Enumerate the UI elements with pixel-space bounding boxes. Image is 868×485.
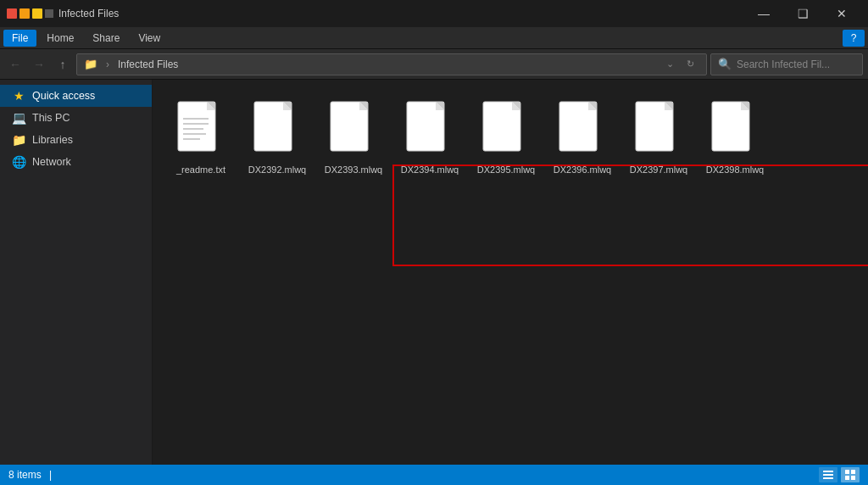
- close-button[interactable]: ✕: [822, 0, 861, 27]
- title-icon-red: [7, 8, 17, 19]
- title-icon-folder: [32, 8, 42, 19]
- file-label: DX2396.mlwq: [554, 164, 611, 175]
- file-item[interactable]: DX2392.mlwq: [239, 93, 315, 180]
- selection-box: [392, 164, 868, 266]
- svg-rect-35: [851, 476, 855, 480]
- sidebar-item-network[interactable]: 🌐 Network: [0, 151, 152, 173]
- title-bar: Infected Files — ❑ ✕: [0, 0, 868, 27]
- file-item[interactable]: DX2393.mlwq: [315, 93, 392, 180]
- status-bar-right: [819, 467, 860, 482]
- file-label: DX2398.mlwq: [706, 164, 764, 175]
- sidebar-label-this-pc: This PC: [32, 112, 70, 124]
- address-refresh-btn[interactable]: ↻: [681, 53, 699, 75]
- menu-home[interactable]: Home: [38, 30, 82, 47]
- file-icon: [176, 100, 225, 161]
- svg-rect-29: [823, 471, 833, 472]
- file-item[interactable]: DX2396.mlwq: [544, 93, 620, 180]
- title-icon-small: [45, 9, 53, 18]
- menu-bar: File Home Share View ?: [0, 27, 868, 49]
- file-item[interactable]: DX2397.mlwq: [620, 93, 697, 180]
- minimize-button[interactable]: —: [744, 0, 783, 27]
- svg-rect-33: [851, 470, 855, 474]
- menu-file[interactable]: File: [3, 30, 36, 47]
- title-controls: — ❑ ✕: [744, 0, 861, 27]
- file-icon: [253, 100, 302, 161]
- libraries-icon: 📁: [12, 133, 25, 147]
- title-bar-left: Infected Files: [7, 8, 744, 20]
- help-button[interactable]: ?: [843, 30, 865, 47]
- file-item[interactable]: _readme.txt: [163, 93, 239, 180]
- network-icon: 🌐: [12, 155, 25, 169]
- sidebar-item-libraries[interactable]: 📁 Libraries: [0, 129, 152, 151]
- address-bar[interactable]: 📁 › Infected Files ⌄ ↻: [76, 53, 707, 75]
- address-chevron: ›: [106, 59, 109, 70]
- file-item[interactable]: DX2398.mlwq: [697, 93, 773, 180]
- pc-icon: 💻: [12, 111, 25, 125]
- sidebar-item-quick-access[interactable]: ★ Quick access: [0, 85, 152, 107]
- file-label: DX2393.mlwq: [325, 164, 382, 175]
- sidebar-label-libraries: Libraries: [32, 134, 73, 146]
- address-right: ⌄ ↻: [660, 53, 699, 75]
- file-label: DX2392.mlwq: [248, 164, 306, 175]
- view-large-icons-btn[interactable]: [841, 467, 860, 482]
- file-item[interactable]: DX2395.mlwq: [468, 93, 544, 180]
- title-icon-yellow: [19, 8, 30, 19]
- address-path: Infected Files: [118, 59, 178, 70]
- file-icon: [710, 100, 760, 161]
- menu-view[interactable]: View: [130, 30, 169, 47]
- address-dropdown-btn[interactable]: ⌄: [660, 53, 679, 75]
- star-icon: ★: [12, 89, 25, 103]
- maximize-button[interactable]: ❑: [783, 0, 822, 27]
- search-icon: 🔍: [718, 58, 732, 70]
- file-item[interactable]: DX2394.mlwq: [392, 93, 468, 180]
- sidebar: ★ Quick access 💻 This PC 📁 Libraries 🌐 N…: [0, 80, 153, 465]
- sidebar-label-network: Network: [32, 156, 71, 168]
- address-bar-row: ← → ↑ 📁 › Infected Files ⌄ ↻ 🔍 Search In…: [0, 49, 868, 80]
- file-label: DX2397.mlwq: [630, 164, 687, 175]
- menu-share[interactable]: Share: [84, 30, 128, 47]
- title-text: Infected Files: [58, 8, 119, 20]
- address-folder-icon: 📁: [84, 58, 97, 70]
- file-area: _readme.txt DX2392.mlwq DX2393.mlwq DX23…: [153, 80, 868, 465]
- svg-rect-30: [823, 474, 833, 476]
- forward-button[interactable]: →: [29, 54, 49, 75]
- search-placeholder: Search Infected Fil...: [737, 59, 830, 70]
- file-icon: [405, 100, 454, 161]
- file-icon: [558, 100, 607, 161]
- file-label: DX2394.mlwq: [401, 164, 459, 175]
- sidebar-label-quick-access: Quick access: [32, 90, 95, 102]
- file-icon: [634, 100, 683, 161]
- up-button[interactable]: ↑: [53, 54, 73, 75]
- file-icon: [329, 100, 378, 161]
- main-layout: ★ Quick access 💻 This PC 📁 Libraries 🌐 N…: [0, 80, 868, 465]
- search-box[interactable]: 🔍 Search Infected Fil...: [710, 53, 863, 75]
- status-item-count: 8 items |: [8, 469, 52, 481]
- status-bar: 8 items |: [0, 465, 868, 485]
- sidebar-item-this-pc[interactable]: 💻 This PC: [0, 107, 152, 129]
- svg-rect-34: [845, 476, 849, 480]
- svg-rect-31: [823, 477, 833, 479]
- file-label: _readme.txt: [176, 164, 225, 175]
- file-label: DX2395.mlwq: [477, 164, 535, 175]
- file-icon: [481, 100, 531, 161]
- svg-rect-32: [845, 470, 849, 474]
- view-details-btn[interactable]: [819, 467, 837, 482]
- back-button[interactable]: ←: [5, 54, 25, 75]
